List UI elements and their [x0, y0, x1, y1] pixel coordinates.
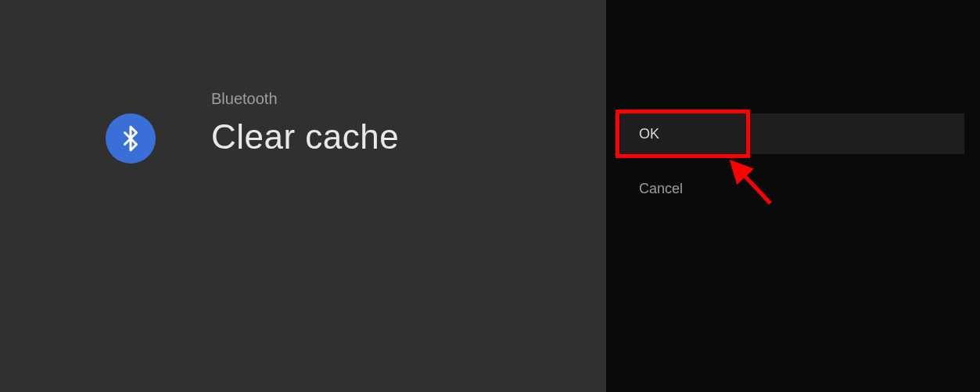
cancel-button-label: Cancel: [639, 181, 683, 197]
confirmation-panel: OK Cancel: [606, 0, 980, 392]
settings-detail-panel: Bluetooth Clear cache: [0, 0, 606, 392]
ok-button[interactable]: OK: [620, 113, 964, 154]
bluetooth-icon: [106, 113, 156, 164]
cancel-button[interactable]: Cancel: [620, 168, 964, 209]
ok-button-label: OK: [639, 126, 659, 142]
settings-title: Clear cache: [211, 117, 399, 156]
settings-subtitle: Bluetooth: [211, 90, 278, 108]
